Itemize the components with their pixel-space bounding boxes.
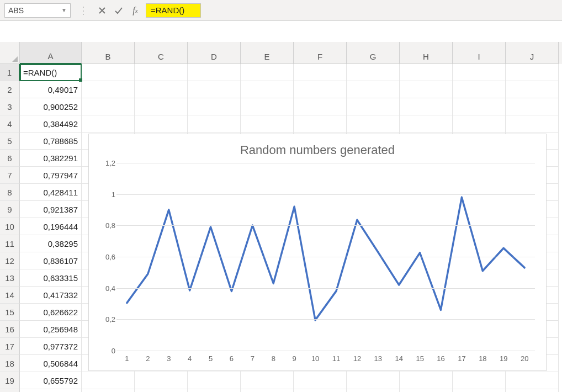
cell-E3[interactable]	[241, 98, 294, 115]
cell-D4[interactable]	[188, 115, 241, 133]
name-box[interactable]: ABS ▼	[4, 3, 71, 18]
cell-A6[interactable]: 0,382291	[20, 150, 82, 167]
cell-A19[interactable]: 0,655792	[20, 372, 82, 389]
cell-B2[interactable]	[82, 81, 135, 98]
row-header-18[interactable]: 18	[0, 355, 20, 372]
cell-A12[interactable]: 0,836107	[20, 252, 82, 269]
cell-I4[interactable]	[453, 115, 506, 133]
cell-I1[interactable]	[453, 64, 506, 81]
row-header-14[interactable]: 14	[0, 287, 20, 304]
cell-C1[interactable]	[135, 64, 188, 81]
cell-B20[interactable]	[82, 389, 135, 392]
row-header-15[interactable]: 15	[0, 304, 20, 321]
cell-F3[interactable]	[294, 98, 347, 115]
row-header-6[interactable]: 6	[0, 150, 20, 167]
cell-I19[interactable]	[453, 372, 506, 389]
cell-A1[interactable]: =RAND()	[20, 64, 82, 81]
cell-A4[interactable]: 0,384492	[20, 115, 82, 133]
cell-F1[interactable]	[294, 64, 347, 81]
cell-C4[interactable]	[135, 115, 188, 133]
cell-H2[interactable]	[400, 81, 453, 98]
row-header-5[interactable]: 5	[0, 133, 20, 150]
cell-A8[interactable]: 0,428411	[20, 184, 82, 201]
cell-A3[interactable]: 0,900252	[20, 98, 82, 115]
cell-A17[interactable]: 0,977372	[20, 338, 82, 355]
cell-A2[interactable]: 0,49017	[20, 81, 82, 98]
cell-B19[interactable]	[82, 372, 135, 389]
column-header-J[interactable]: J	[506, 42, 559, 64]
row-header-20[interactable]: 20	[0, 389, 20, 392]
cell-F19[interactable]	[294, 372, 347, 389]
cell-A5[interactable]: 0,788685	[20, 133, 82, 150]
cell-G20[interactable]	[347, 389, 400, 392]
column-header-A[interactable]: A	[20, 42, 82, 64]
column-header-F[interactable]: F	[294, 42, 347, 64]
fx-icon[interactable]: fx	[129, 4, 141, 17]
cell-H19[interactable]	[400, 372, 453, 389]
cell-J19[interactable]	[506, 372, 559, 389]
cell-J1[interactable]	[506, 64, 559, 81]
column-header-G[interactable]: G	[347, 42, 400, 64]
cell-J3[interactable]	[506, 98, 559, 115]
cell-C3[interactable]	[135, 98, 188, 115]
column-header-E[interactable]: E	[241, 42, 294, 64]
cell-C20[interactable]	[135, 389, 188, 392]
cell-A20[interactable]: 0,530916	[20, 389, 82, 392]
cell-D3[interactable]	[188, 98, 241, 115]
cell-I20[interactable]	[453, 389, 506, 392]
cell-G19[interactable]	[347, 372, 400, 389]
select-all-corner[interactable]	[0, 42, 20, 64]
cell-H3[interactable]	[400, 98, 453, 115]
cell-G3[interactable]	[347, 98, 400, 115]
cell-G1[interactable]	[347, 64, 400, 81]
cell-G4[interactable]	[347, 115, 400, 133]
row-header-16[interactable]: 16	[0, 321, 20, 338]
row-header-11[interactable]: 11	[0, 235, 20, 252]
row-header-19[interactable]: 19	[0, 372, 20, 389]
row-header-7[interactable]: 7	[0, 167, 20, 184]
cell-G2[interactable]	[347, 81, 400, 98]
cell-J20[interactable]	[506, 389, 559, 392]
cancel-icon[interactable]	[96, 4, 108, 17]
cell-A15[interactable]: 0,626622	[20, 304, 82, 321]
cell-H20[interactable]	[400, 389, 453, 392]
row-header-10[interactable]: 10	[0, 218, 20, 235]
column-header-D[interactable]: D	[188, 42, 241, 64]
cell-H4[interactable]	[400, 115, 453, 133]
row-header-9[interactable]: 9	[0, 201, 20, 218]
cell-A14[interactable]: 0,417332	[20, 287, 82, 304]
column-header-H[interactable]: H	[400, 42, 453, 64]
row-header-12[interactable]: 12	[0, 252, 20, 269]
cell-F2[interactable]	[294, 81, 347, 98]
chart[interactable]: Random numbers generated 123456789101112…	[88, 134, 547, 371]
cell-B3[interactable]	[82, 98, 135, 115]
column-header-C[interactable]: C	[135, 42, 188, 64]
cell-B1[interactable]	[82, 64, 135, 81]
column-header-B[interactable]: B	[82, 42, 135, 64]
cell-E1[interactable]	[241, 64, 294, 81]
cell-C19[interactable]	[135, 372, 188, 389]
column-header-I[interactable]: I	[453, 42, 506, 64]
cell-A7[interactable]: 0,797947	[20, 167, 82, 184]
confirm-icon[interactable]	[113, 4, 125, 17]
cell-A9[interactable]: 0,921387	[20, 201, 82, 218]
cell-F4[interactable]	[294, 115, 347, 133]
cell-A16[interactable]: 0,256948	[20, 321, 82, 338]
cell-A10[interactable]: 0,196444	[20, 218, 82, 235]
cell-F20[interactable]	[294, 389, 347, 392]
cell-E19[interactable]	[241, 372, 294, 389]
cell-D2[interactable]	[188, 81, 241, 98]
cell-E20[interactable]	[241, 389, 294, 392]
row-header-17[interactable]: 17	[0, 338, 20, 355]
cell-E4[interactable]	[241, 115, 294, 133]
cell-J4[interactable]	[506, 115, 559, 133]
cell-E2[interactable]	[241, 81, 294, 98]
cell-D20[interactable]	[188, 389, 241, 392]
cell-I2[interactable]	[453, 81, 506, 98]
row-header-8[interactable]: 8	[0, 184, 20, 201]
cell-C2[interactable]	[135, 81, 188, 98]
row-header-3[interactable]: 3	[0, 98, 20, 115]
cell-A13[interactable]: 0,633315	[20, 269, 82, 287]
cell-A11[interactable]: 0,38295	[20, 235, 82, 252]
row-header-13[interactable]: 13	[0, 269, 20, 287]
